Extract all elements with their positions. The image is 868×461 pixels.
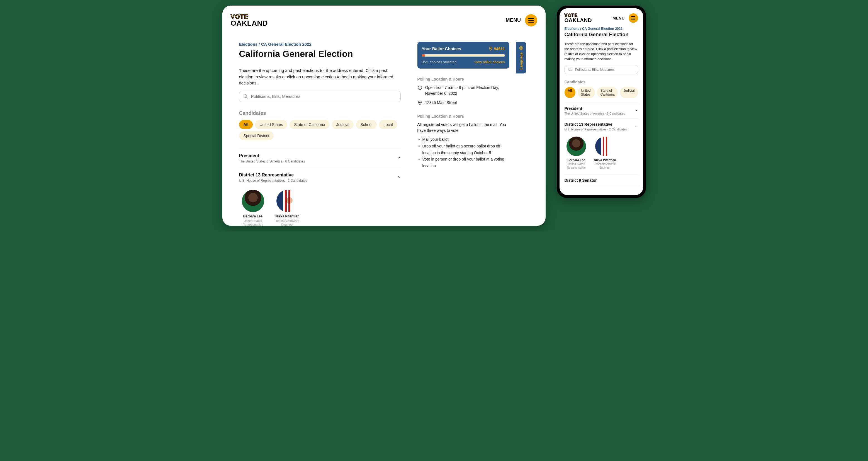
race-district-13-toggle[interactable]: District 13 Representative U.S. House of… xyxy=(239,168,401,187)
race-president-toggle[interactable]: President The United States of America ·… xyxy=(564,103,638,119)
breadcrumb-current[interactable]: CA General Election 2022 xyxy=(261,42,312,47)
avatar xyxy=(566,136,586,156)
search-icon xyxy=(243,94,248,99)
breadcrumb: Elections / CA General Election 2022 xyxy=(239,42,401,47)
page-title: California General Election xyxy=(564,32,638,38)
candidate-barbara-lee[interactable]: Barbara Lee United States Representative xyxy=(239,190,267,226)
intro-text: These are the upcoming and past election… xyxy=(564,41,638,62)
breadcrumb-current[interactable]: CA General Election 2022 xyxy=(582,27,622,31)
avatar xyxy=(276,190,299,212)
menu-button[interactable] xyxy=(525,14,537,27)
clock-icon xyxy=(417,85,423,90)
race-president: President The United States of America ·… xyxy=(564,103,638,119)
candidate-nikka-piterman[interactable]: Nikka Piterman Teacher/Software Engineer xyxy=(593,136,617,170)
pin-icon xyxy=(489,47,493,51)
view-ballot-link[interactable]: view ballot choices xyxy=(474,60,505,64)
breadcrumb-elections[interactable]: Elections xyxy=(564,27,579,31)
svg-line-1 xyxy=(246,97,248,98)
candidates-section-label: Candidates xyxy=(564,80,638,84)
intro-text: These are the upcoming and past election… xyxy=(239,67,401,86)
filter-judicial[interactable]: Judicial xyxy=(620,87,638,98)
logo[interactable]: VOTE OAKLAND xyxy=(231,14,268,27)
candidates-section-label: Candidates xyxy=(239,111,401,116)
desktop-viewport: VOTE OAKLAND MENU Elections / CA General… xyxy=(222,6,546,226)
hamburger-icon xyxy=(528,18,534,19)
svg-line-7 xyxy=(571,70,572,71)
chevron-up-icon xyxy=(635,124,638,129)
filter-chips: All United States State of California Ju… xyxy=(239,120,401,140)
chevron-down-icon xyxy=(397,156,401,160)
filter-special-district[interactable]: Special District xyxy=(239,131,274,140)
race-district-13-toggle[interactable]: District 13 Representative U.S. House of… xyxy=(564,119,638,134)
chevron-down-icon xyxy=(635,109,638,113)
filter-chips: All United States State of California Ju… xyxy=(564,87,638,98)
svg-point-0 xyxy=(244,94,247,97)
avatar xyxy=(595,136,615,156)
chevron-up-icon xyxy=(397,175,401,180)
svg-point-5 xyxy=(420,102,421,103)
avatar xyxy=(242,190,264,212)
filter-school[interactable]: School xyxy=(356,120,377,129)
candidate-barbara-lee[interactable]: Barbara Lee United States Representative xyxy=(564,136,588,170)
mobile-viewport: VOTE OAKLAND MENU Elections / CA General… xyxy=(557,6,646,198)
breadcrumb-elections[interactable]: Elections xyxy=(239,42,258,47)
filter-state-of-california[interactable]: State of California xyxy=(289,120,329,129)
filter-united-states[interactable]: United States xyxy=(255,120,287,129)
candidate-nikka-piterman[interactable]: Nikka Piterman Teacher/Software Engineer xyxy=(274,190,302,226)
menu-button[interactable] xyxy=(629,13,638,23)
filter-local[interactable]: Local xyxy=(379,120,397,129)
hamburger-icon xyxy=(631,16,635,17)
menu-label: MENU xyxy=(613,16,624,20)
race-president-toggle[interactable]: President The United States of America ·… xyxy=(239,149,401,168)
filter-state-of-california[interactable]: State of California xyxy=(597,87,618,98)
search-input[interactable] xyxy=(239,91,401,102)
breadcrumb: Elections / CA General Election 2022 xyxy=(564,27,638,31)
race-district-9-toggle[interactable]: District 9 Senator xyxy=(564,175,638,187)
filter-judicial[interactable]: Judicial xyxy=(332,120,354,129)
search-input[interactable] xyxy=(564,65,638,74)
ballot-title: Your Ballot Choices xyxy=(422,46,461,51)
search-icon xyxy=(568,67,572,72)
race-district-13: District 13 Representative U.S. House of… xyxy=(239,168,401,226)
page-title: California General Election xyxy=(239,49,401,59)
logo[interactable]: VOTE OAKLAND xyxy=(564,13,592,23)
progress-bar xyxy=(422,54,505,57)
pin-icon xyxy=(417,100,423,105)
svg-point-2 xyxy=(490,48,491,49)
ballot-choices-card: Your Ballot Choices 94611 0/21 choices s… xyxy=(417,42,509,68)
filter-all[interactable]: All xyxy=(564,87,576,98)
globe-icon xyxy=(519,46,523,50)
voting-options-title: Polling Location & Hours xyxy=(417,114,509,119)
race-district-13: District 13 Representative U.S. House of… xyxy=(564,119,638,175)
menu-label: MENU xyxy=(506,17,521,23)
polling-location-title: Polling Location & Hours xyxy=(417,77,509,82)
voting-options-list: Mail your ballot Drop off your ballot at… xyxy=(417,136,509,170)
filter-united-states[interactable]: United States xyxy=(578,87,595,98)
ballot-count: 0/21 choices selected xyxy=(422,60,457,64)
race-president: President The United States of America ·… xyxy=(239,149,401,168)
language-tab[interactable]: Language xyxy=(516,42,526,73)
filter-all[interactable]: All xyxy=(239,120,253,129)
race-district-9: District 9 Senator xyxy=(564,175,638,187)
svg-point-6 xyxy=(568,68,571,70)
ballot-zip[interactable]: 94611 xyxy=(489,47,505,51)
